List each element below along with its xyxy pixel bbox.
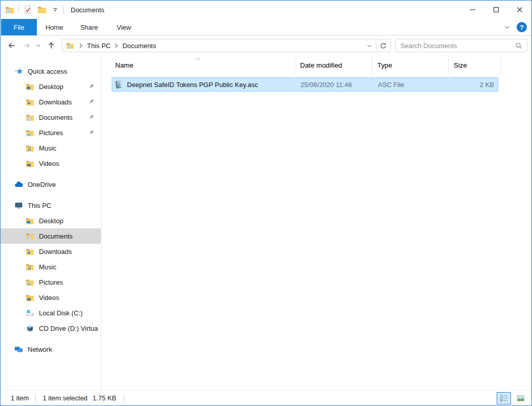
- pc-monitor-icon: [14, 201, 23, 210]
- tab-share[interactable]: Share: [72, 19, 107, 35]
- minimize-icon: [470, 7, 476, 13]
- recent-locations-button[interactable]: [34, 38, 43, 53]
- sidebar-section-network[interactable]: Network: [1, 341, 101, 357]
- sidebar-item-videos[interactable]: Videos: [1, 290, 101, 305]
- sidebar-section-quick-access[interactable]: Quick access: [1, 63, 101, 79]
- chevron-down-icon: [366, 42, 373, 49]
- column-header-extra: [501, 55, 531, 75]
- column-header-type[interactable]: Type: [372, 55, 449, 75]
- ribbon-tab-row: File Home Share View ?: [1, 19, 531, 36]
- column-header-name[interactable]: Name: [101, 55, 295, 75]
- local-disk-icon: [26, 309, 34, 317]
- sidebar-section-onedrive[interactable]: OneDrive: [1, 177, 101, 192]
- navigation-pane: Quick access Desktop Downloads Documents…: [1, 55, 101, 390]
- desktop-folder-icon: [26, 217, 34, 225]
- videos-folder-icon: [26, 293, 34, 302]
- sidebar-item-cd-drive-d[interactable]: CD Drive (D:) Virtua: [1, 320, 101, 336]
- chevron-down-icon: [35, 42, 41, 49]
- pictures-folder-icon: [26, 278, 34, 287]
- sidebar-item-local-disk-c[interactable]: Local Disk (C:): [1, 305, 101, 320]
- quick-access-star-icon: [14, 67, 23, 76]
- sidebar-item-documents[interactable]: Documents: [1, 228, 101, 244]
- address-dropdown-button[interactable]: [363, 39, 376, 52]
- thumbnail-view-icon: [517, 394, 525, 402]
- music-folder-icon: [26, 144, 34, 153]
- maximize-button[interactable]: [484, 1, 508, 19]
- pin-icon: [88, 99, 94, 105]
- tab-home[interactable]: Home: [37, 19, 72, 35]
- item-count: 1 item: [11, 394, 29, 402]
- qat-dropdown-icon[interactable]: [52, 6, 59, 13]
- sidebar-section-this-pc[interactable]: This PC: [1, 198, 101, 213]
- downloads-folder-icon: [26, 98, 34, 106]
- chevron-down-icon: [503, 24, 511, 31]
- expand-ribbon-button[interactable]: [503, 24, 511, 31]
- tab-view[interactable]: View: [107, 19, 141, 35]
- help-button[interactable]: ?: [517, 22, 527, 32]
- refresh-icon: [379, 42, 387, 50]
- up-arrow-icon: [47, 41, 55, 50]
- magnifier-icon[interactable]: [515, 42, 523, 50]
- file-row[interactable]: Deepnet SafeID Tokens PGP Public Key.asc…: [112, 77, 498, 92]
- breadcrumb-this-pc[interactable]: This PC: [86, 42, 112, 50]
- sidebar-item-pictures-qa[interactable]: Pictures: [1, 125, 101, 140]
- details-view-button[interactable]: [497, 392, 511, 404]
- back-button[interactable]: [4, 38, 19, 53]
- sidebar-item-desktop-qa[interactable]: Desktop: [1, 79, 101, 94]
- sidebar-item-pictures[interactable]: Pictures: [1, 274, 101, 290]
- file-name-cell: Deepnet SafeID Tokens PGP Public Key.asc: [112, 80, 295, 89]
- sidebar-item-downloads-qa[interactable]: Downloads: [1, 94, 101, 110]
- forward-button[interactable]: [19, 38, 34, 53]
- back-arrow-icon: [8, 41, 16, 50]
- sidebar-item-music[interactable]: Music: [1, 259, 101, 274]
- column-header-date-modified[interactable]: Date modified: [295, 55, 372, 75]
- sidebar-item-desktop[interactable]: Desktop: [1, 213, 101, 228]
- status-separator: [35, 394, 36, 402]
- sidebar-item-videos-qa[interactable]: Videos: [1, 156, 101, 171]
- window-documents-folder-icon: [5, 5, 14, 14]
- asc-file-icon: [114, 80, 123, 89]
- sidebar-item-downloads[interactable]: Downloads: [1, 244, 101, 259]
- file-type: ASC File: [373, 81, 449, 89]
- maximize-icon: [493, 7, 499, 13]
- details-view-icon: [500, 394, 508, 402]
- close-icon: [517, 7, 523, 13]
- sort-ascending-icon: [195, 57, 201, 61]
- minimize-button[interactable]: [461, 1, 484, 19]
- pin-icon: [88, 130, 94, 136]
- window-controls: [461, 1, 531, 19]
- title-bar: Documents: [1, 1, 531, 19]
- toolbar-separator: [63, 6, 63, 14]
- pin-icon: [88, 114, 94, 120]
- address-bar[interactable]: This PC Documents: [62, 39, 391, 52]
- status-bar: 1 item 1 item selected 1.75 KB: [1, 390, 531, 405]
- pictures-folder-icon: [26, 129, 34, 137]
- properties-check-icon[interactable]: [23, 5, 32, 14]
- selection-size: 1.75 KB: [93, 394, 116, 402]
- documents-folder-icon: [26, 232, 34, 241]
- music-folder-icon: [26, 263, 34, 271]
- thumbnail-view-button[interactable]: [514, 392, 528, 404]
- tab-file[interactable]: File: [1, 19, 37, 35]
- refresh-button[interactable]: [376, 39, 390, 52]
- selection-count: 1 item selected: [42, 394, 87, 402]
- file-size: 2 KB: [449, 81, 499, 89]
- breadcrumb-documents[interactable]: Documents: [121, 42, 158, 50]
- forward-arrow-icon: [23, 41, 31, 50]
- search-input[interactable]: [400, 42, 515, 50]
- new-folder-icon[interactable]: [37, 5, 47, 14]
- file-list-body[interactable]: Deepnet SafeID Tokens PGP Public Key.asc…: [101, 75, 531, 390]
- view-switcher: [497, 392, 531, 404]
- explorer-window: Documents File Home Share View ?: [0, 0, 532, 406]
- file-list-pane: Name Date modified Type Size Deepnet S: [101, 55, 531, 390]
- network-monitors-icon: [14, 345, 23, 354]
- up-button[interactable]: [43, 38, 59, 53]
- cd-drive-cube-icon: [26, 324, 34, 333]
- sidebar-item-music-qa[interactable]: Music: [1, 140, 101, 156]
- column-header-size[interactable]: Size: [449, 55, 501, 75]
- search-box: [395, 39, 527, 52]
- sidebar-item-documents-qa[interactable]: Documents: [1, 110, 101, 125]
- videos-folder-icon: [26, 159, 34, 168]
- toolbar-separator: [18, 6, 19, 14]
- close-button[interactable]: [508, 1, 531, 19]
